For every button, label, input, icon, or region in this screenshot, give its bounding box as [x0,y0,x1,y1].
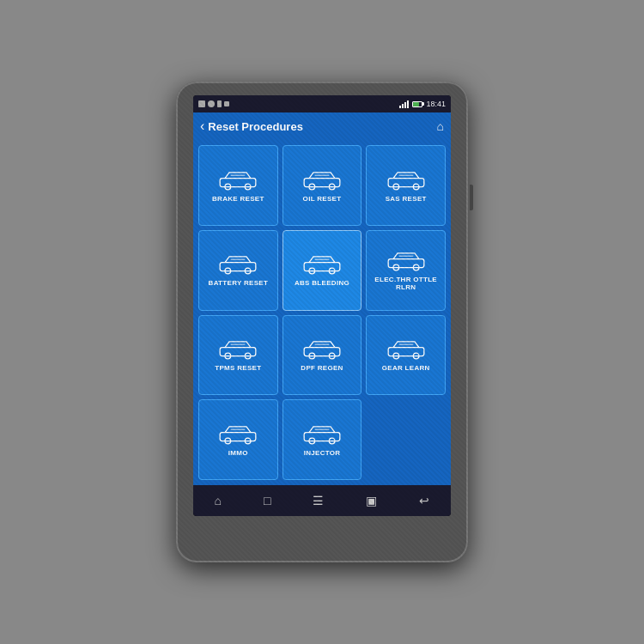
car-icon-dpf [301,337,343,361]
car-icon-sas [385,168,428,192]
tpms-reset-label: TPMS RESET [215,364,261,373]
back-nav-button[interactable]: ↩ [412,490,436,511]
main-content: BRAKE RESET OIL RESET [193,140,451,485]
bottom-nav: ⌂ □ ☰ ▣ ↩ [193,485,451,516]
grid-row-1: BRAKE RESET OIL RESET [198,145,446,226]
sas-reset-label: SAS RESET [386,195,427,204]
sas-reset-button[interactable]: SAS RESET [366,145,446,226]
elec-throttle-button[interactable]: ELEC.THR OTTLE RLRN [366,230,446,311]
grid-row-4: IMMO INJECTOR [198,399,446,480]
menu-nav-button[interactable]: ☰ [306,490,331,511]
page-title: Reset Procedures [208,120,436,133]
immo-button[interactable]: IMMO [198,399,278,480]
oil-reset-label: OIL RESET [303,195,342,204]
brake-reset-label: BRAKE RESET [212,195,264,204]
car-icon-tpms [216,337,259,361]
extra-icon [224,101,229,106]
grid-row-3: TPMS RESET DPF REGEN [198,315,446,396]
grid-nav-button[interactable]: ▣ [359,490,384,511]
nav-bar: ‹ Reset Procedures ⌂ [193,112,451,140]
signal-strength-icon [399,100,409,108]
bt-icon [217,100,222,107]
abs-bleeding-label: ABS BLEEDING [295,279,349,288]
brake-reset-button[interactable]: BRAKE RESET [198,145,278,226]
elec-throttle-label: ELEC.THR OTTLE RLRN [368,276,443,292]
gear-learn-button[interactable]: GEAR LEARN [366,315,446,396]
battery-reset-button[interactable]: BATTERY RESET [198,230,278,311]
back-button[interactable]: ‹ [200,118,204,134]
tpms-reset-button[interactable]: TPMS RESET [198,315,278,396]
car-icon-abs [301,252,343,276]
status-time: 18:41 [426,100,446,108]
car-icon-brake [216,168,259,192]
gear-learn-label: GEAR LEARN [382,364,430,373]
status-bar: 18:41 [193,95,451,112]
wifi-icon [208,100,215,107]
square-nav-button[interactable]: □ [257,490,277,511]
car-icon-immo [216,422,259,447]
status-right-icons: 18:41 [399,100,446,108]
car-icon-oil [301,168,343,192]
grid-row-2: BATTERY RESET ABS BLEEDING [198,230,446,311]
battery-reset-label: BATTERY RESET [209,279,269,288]
car-icon-throttle [385,249,428,273]
injector-button[interactable]: INJECTOR [283,399,362,480]
injector-label: INJECTOR [304,449,341,458]
dpf-regen-label: DPF REGEN [301,364,343,373]
status-left-icons [198,100,229,107]
home-button[interactable]: ⌂ [437,119,444,133]
oil-reset-button[interactable]: OIL RESET [283,145,362,226]
abs-bleeding-button[interactable]: ABS BLEEDING [283,230,362,311]
car-icon-gear [385,337,428,361]
dpf-regen-button[interactable]: DPF REGEN [283,315,362,396]
screen: 18:41 ‹ Reset Procedures ⌂ [193,95,451,516]
car-icon-battery [216,252,259,276]
signal-icon [198,100,205,107]
tablet-device: 18:41 ‹ Reset Procedures ⌂ [176,82,468,562]
home-nav-button[interactable]: ⌂ [208,490,228,511]
empty-slot [366,399,446,480]
battery-icon [412,101,422,107]
volume-button[interactable] [470,185,473,210]
immo-label: IMMO [228,449,248,458]
car-icon-injector [301,422,343,447]
